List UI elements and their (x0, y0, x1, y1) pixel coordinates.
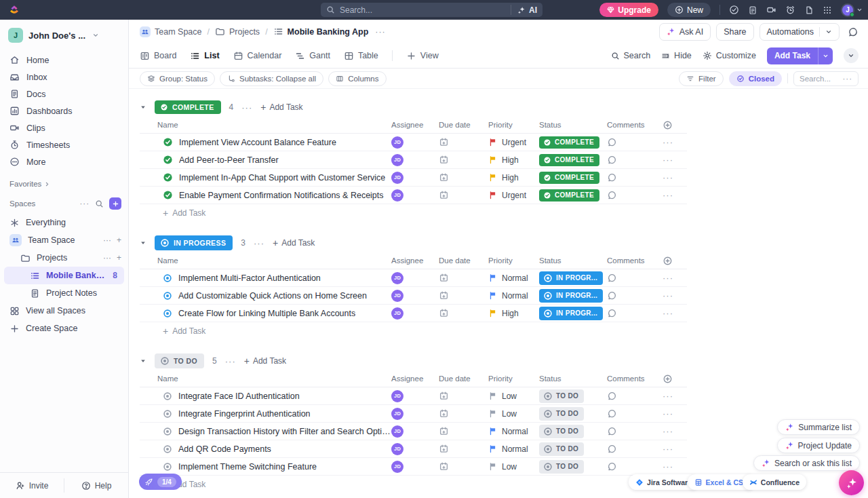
column-header-assignee[interactable]: Assignee (391, 375, 439, 383)
task-row[interactable]: Integrate Face ID AuthenticationJDLowTO … (140, 387, 687, 405)
priority-cell[interactable]: Low (488, 391, 539, 401)
column-header-assignee[interactable]: Assignee (391, 256, 439, 265)
sidebar-item-timesheets[interactable]: Timesheets (0, 136, 128, 153)
upgrade-button[interactable]: Upgrade (599, 3, 658, 17)
column-header-assignee[interactable]: Assignee (391, 121, 439, 129)
user-menu[interactable]: J (841, 3, 863, 17)
add-task-row[interactable]: +Add Task (140, 476, 687, 493)
priority-cell[interactable]: Urgent (488, 138, 539, 147)
group-add-task-button[interactable]: +Add Task (273, 237, 315, 248)
add-task-dropdown[interactable] (818, 47, 833, 64)
comment-icon[interactable] (607, 308, 663, 318)
task-row[interactable]: Add Peer-to-Peer TransferJDHighCOMPLETE·… (140, 151, 687, 169)
group-more-icon[interactable]: ··· (254, 238, 264, 248)
priority-cell[interactable]: Normal (488, 444, 539, 454)
closed-toggle[interactable]: Closed (729, 71, 782, 86)
column-header-name[interactable]: Name (140, 375, 391, 383)
onboarding-progress-button[interactable]: 1/4 (139, 474, 182, 490)
status-pill[interactable]: IN PROGR... (539, 307, 603, 320)
row-more-icon[interactable]: ··· (663, 273, 687, 283)
share-button[interactable]: Share (716, 23, 753, 41)
global-search-input[interactable]: Search... AI (321, 3, 542, 17)
priority-cell[interactable]: Low (488, 409, 539, 419)
sidebar-item-clips[interactable]: Clips (0, 119, 128, 136)
row-more-icon[interactable]: ··· (663, 391, 687, 401)
ai-button[interactable]: AI (511, 5, 537, 15)
assignee-avatar[interactable]: JD (391, 272, 403, 284)
comment-icon[interactable] (607, 391, 663, 401)
group-status-pill[interactable]: COMPLETE (155, 100, 221, 114)
group-add-task-button[interactable]: +Add Task (260, 102, 302, 113)
item-add-icon[interactable]: + (117, 253, 121, 263)
group-more-icon[interactable]: ··· (241, 102, 252, 113)
workspace-switcher[interactable]: J John Doe's ... (0, 20, 128, 50)
sidebar-item-view-all-spaces[interactable]: View all Spaces (0, 302, 128, 320)
group-more-icon[interactable]: ··· (225, 356, 236, 366)
row-more-icon[interactable]: ··· (663, 408, 687, 419)
due-date-icon[interactable] (439, 408, 488, 419)
ask-ai-button[interactable]: Ask AI (659, 23, 711, 41)
sidebar-item-project-notes[interactable]: Project Notes (0, 284, 128, 302)
item-more-icon[interactable]: ··· (103, 253, 111, 263)
status-pill[interactable]: COMPLETE (539, 154, 599, 166)
spaces-more-icon[interactable]: ··· (80, 199, 90, 208)
tab-calendar[interactable]: Calendar (233, 51, 282, 61)
task-row[interactable]: Add QR Code PaymentsJDNormalTO DO··· (140, 440, 687, 458)
view-search-button[interactable]: Search (611, 51, 651, 60)
status-pill[interactable]: TO DO (539, 389, 584, 403)
assignee-avatar[interactable]: JD (391, 154, 403, 166)
group-collapse-icon[interactable] (140, 240, 146, 246)
add-view-button[interactable]: View (406, 51, 439, 61)
status-pill[interactable]: IN PROGR... (539, 271, 603, 285)
ai-fab-button[interactable] (839, 470, 864, 495)
group-status-pill[interactable]: TO DO (155, 353, 204, 368)
comment-icon[interactable] (607, 273, 663, 283)
add-column-icon[interactable] (663, 374, 687, 384)
automations-button[interactable]: Automations (760, 23, 840, 41)
apps-grid-icon[interactable] (823, 5, 832, 15)
row-more-icon[interactable]: ··· (663, 172, 687, 183)
column-header-comments[interactable]: Comments (607, 121, 663, 129)
column-header-comments[interactable]: Comments (607, 256, 663, 265)
row-more-icon[interactable]: ··· (663, 426, 687, 436)
task-row[interactable]: Implement Theme Switching FeatureJDLowTO… (140, 458, 687, 476)
add-column-icon[interactable] (663, 120, 687, 130)
due-date-icon[interactable] (439, 290, 488, 301)
tab-list[interactable]: List (190, 51, 219, 61)
due-date-icon[interactable] (439, 273, 488, 283)
clickup-logo-icon[interactable] (9, 4, 20, 16)
task-status-icon[interactable] (163, 291, 172, 301)
row-more-icon[interactable]: ··· (663, 308, 687, 318)
priority-cell[interactable]: Normal (488, 427, 539, 436)
add-column-icon[interactable] (663, 256, 687, 266)
invite-button[interactable]: Invite (0, 473, 64, 498)
due-date-icon[interactable] (439, 391, 488, 401)
columns-button[interactable]: Columns (328, 71, 386, 86)
task-status-icon[interactable] (163, 172, 173, 183)
spaces-search-icon[interactable] (95, 199, 104, 208)
filter-button[interactable]: Filter (679, 71, 724, 86)
assignee-avatar[interactable]: JD (391, 408, 403, 420)
row-more-icon[interactable]: ··· (663, 461, 687, 472)
due-date-icon[interactable] (439, 308, 488, 318)
column-header-name[interactable]: Name (140, 256, 391, 265)
group-collapse-icon[interactable] (140, 358, 146, 364)
sidebar-item-inbox[interactable]: Inbox (0, 69, 128, 85)
column-header-status[interactable]: Status (539, 121, 607, 129)
task-status-icon[interactable] (163, 444, 172, 454)
comments-bubble-icon[interactable] (848, 26, 859, 37)
assignee-avatar[interactable]: JD (391, 425, 403, 438)
clips-video-icon[interactable] (766, 5, 776, 15)
priority-cell[interactable]: High (488, 155, 539, 165)
collapse-header-button[interactable] (844, 48, 859, 63)
due-date-icon[interactable] (439, 190, 488, 200)
reminder-clock-icon[interactable] (785, 5, 795, 15)
task-status-icon[interactable] (163, 137, 173, 147)
task-status-icon[interactable] (163, 309, 172, 318)
tab-board[interactable]: Board (140, 51, 176, 61)
column-header-due-date[interactable]: Due date (439, 256, 488, 265)
favorites-toggle[interactable]: Favorites (0, 180, 128, 188)
status-pill[interactable]: COMPLETE (539, 172, 599, 184)
task-row[interactable]: Implement View Account Balance FeatureJD… (140, 134, 687, 151)
task-status-icon[interactable] (163, 155, 173, 165)
